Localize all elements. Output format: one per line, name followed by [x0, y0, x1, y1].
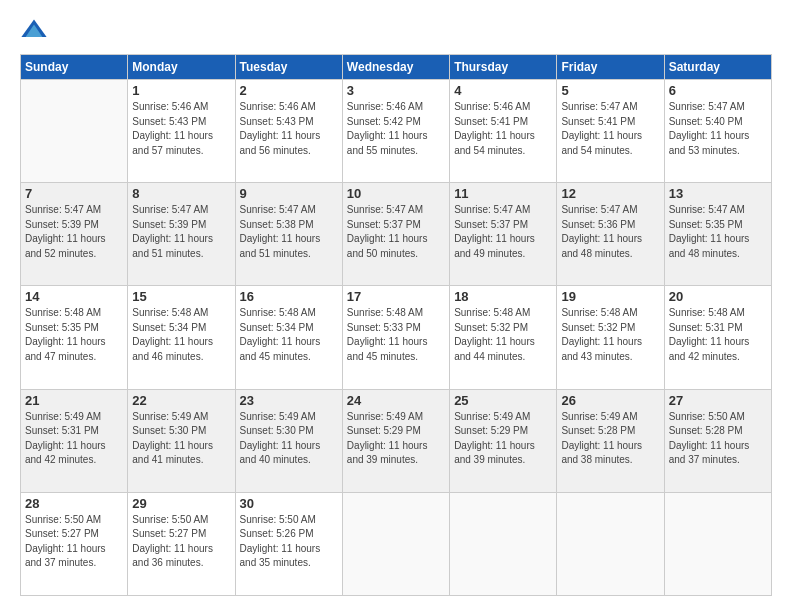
day-cell [557, 492, 664, 595]
day-number: 28 [25, 496, 123, 511]
day-number: 14 [25, 289, 123, 304]
day-number: 20 [669, 289, 767, 304]
day-number: 12 [561, 186, 659, 201]
week-row: 28Sunrise: 5:50 AM Sunset: 5:27 PM Dayli… [21, 492, 772, 595]
day-number: 4 [454, 83, 552, 98]
day-info: Sunrise: 5:47 AM Sunset: 5:39 PM Dayligh… [25, 203, 123, 261]
day-cell: 13Sunrise: 5:47 AM Sunset: 5:35 PM Dayli… [664, 183, 771, 286]
day-info: Sunrise: 5:48 AM Sunset: 5:31 PM Dayligh… [669, 306, 767, 364]
weekday-header-row: SundayMondayTuesdayWednesdayThursdayFrid… [21, 55, 772, 80]
day-cell: 30Sunrise: 5:50 AM Sunset: 5:26 PM Dayli… [235, 492, 342, 595]
day-cell [342, 492, 449, 595]
day-info: Sunrise: 5:47 AM Sunset: 5:39 PM Dayligh… [132, 203, 230, 261]
logo-icon [20, 16, 48, 44]
day-number: 29 [132, 496, 230, 511]
day-cell [450, 492, 557, 595]
day-number: 16 [240, 289, 338, 304]
day-cell [21, 80, 128, 183]
day-info: Sunrise: 5:46 AM Sunset: 5:41 PM Dayligh… [454, 100, 552, 158]
day-cell: 8Sunrise: 5:47 AM Sunset: 5:39 PM Daylig… [128, 183, 235, 286]
day-cell: 15Sunrise: 5:48 AM Sunset: 5:34 PM Dayli… [128, 286, 235, 389]
day-number: 3 [347, 83, 445, 98]
day-cell: 11Sunrise: 5:47 AM Sunset: 5:37 PM Dayli… [450, 183, 557, 286]
day-number: 7 [25, 186, 123, 201]
day-info: Sunrise: 5:46 AM Sunset: 5:43 PM Dayligh… [240, 100, 338, 158]
day-number: 17 [347, 289, 445, 304]
day-number: 21 [25, 393, 123, 408]
day-cell: 26Sunrise: 5:49 AM Sunset: 5:28 PM Dayli… [557, 389, 664, 492]
day-info: Sunrise: 5:47 AM Sunset: 5:37 PM Dayligh… [347, 203, 445, 261]
day-number: 2 [240, 83, 338, 98]
day-number: 23 [240, 393, 338, 408]
day-cell: 23Sunrise: 5:49 AM Sunset: 5:30 PM Dayli… [235, 389, 342, 492]
day-info: Sunrise: 5:49 AM Sunset: 5:29 PM Dayligh… [454, 410, 552, 468]
day-number: 1 [132, 83, 230, 98]
day-cell: 28Sunrise: 5:50 AM Sunset: 5:27 PM Dayli… [21, 492, 128, 595]
week-row: 21Sunrise: 5:49 AM Sunset: 5:31 PM Dayli… [21, 389, 772, 492]
day-number: 5 [561, 83, 659, 98]
weekday-header: Saturday [664, 55, 771, 80]
day-info: Sunrise: 5:49 AM Sunset: 5:29 PM Dayligh… [347, 410, 445, 468]
day-info: Sunrise: 5:49 AM Sunset: 5:30 PM Dayligh… [240, 410, 338, 468]
day-cell: 12Sunrise: 5:47 AM Sunset: 5:36 PM Dayli… [557, 183, 664, 286]
day-cell: 21Sunrise: 5:49 AM Sunset: 5:31 PM Dayli… [21, 389, 128, 492]
weekday-header: Friday [557, 55, 664, 80]
day-cell: 24Sunrise: 5:49 AM Sunset: 5:29 PM Dayli… [342, 389, 449, 492]
weekday-header: Monday [128, 55, 235, 80]
day-cell: 7Sunrise: 5:47 AM Sunset: 5:39 PM Daylig… [21, 183, 128, 286]
day-number: 22 [132, 393, 230, 408]
calendar: SundayMondayTuesdayWednesdayThursdayFrid… [20, 54, 772, 596]
day-number: 24 [347, 393, 445, 408]
day-info: Sunrise: 5:50 AM Sunset: 5:28 PM Dayligh… [669, 410, 767, 468]
day-cell: 9Sunrise: 5:47 AM Sunset: 5:38 PM Daylig… [235, 183, 342, 286]
day-cell: 18Sunrise: 5:48 AM Sunset: 5:32 PM Dayli… [450, 286, 557, 389]
day-number: 8 [132, 186, 230, 201]
logo [20, 16, 52, 44]
day-cell: 5Sunrise: 5:47 AM Sunset: 5:41 PM Daylig… [557, 80, 664, 183]
day-number: 6 [669, 83, 767, 98]
week-row: 7Sunrise: 5:47 AM Sunset: 5:39 PM Daylig… [21, 183, 772, 286]
day-info: Sunrise: 5:48 AM Sunset: 5:33 PM Dayligh… [347, 306, 445, 364]
day-info: Sunrise: 5:50 AM Sunset: 5:27 PM Dayligh… [132, 513, 230, 571]
day-cell: 14Sunrise: 5:48 AM Sunset: 5:35 PM Dayli… [21, 286, 128, 389]
day-info: Sunrise: 5:47 AM Sunset: 5:41 PM Dayligh… [561, 100, 659, 158]
day-cell [664, 492, 771, 595]
day-cell: 10Sunrise: 5:47 AM Sunset: 5:37 PM Dayli… [342, 183, 449, 286]
week-row: 1Sunrise: 5:46 AM Sunset: 5:43 PM Daylig… [21, 80, 772, 183]
day-cell: 19Sunrise: 5:48 AM Sunset: 5:32 PM Dayli… [557, 286, 664, 389]
day-info: Sunrise: 5:48 AM Sunset: 5:32 PM Dayligh… [561, 306, 659, 364]
page: SundayMondayTuesdayWednesdayThursdayFrid… [0, 0, 792, 612]
day-number: 10 [347, 186, 445, 201]
day-number: 18 [454, 289, 552, 304]
day-cell: 29Sunrise: 5:50 AM Sunset: 5:27 PM Dayli… [128, 492, 235, 595]
day-number: 30 [240, 496, 338, 511]
day-info: Sunrise: 5:47 AM Sunset: 5:38 PM Dayligh… [240, 203, 338, 261]
day-cell: 22Sunrise: 5:49 AM Sunset: 5:30 PM Dayli… [128, 389, 235, 492]
day-cell: 16Sunrise: 5:48 AM Sunset: 5:34 PM Dayli… [235, 286, 342, 389]
day-number: 13 [669, 186, 767, 201]
day-number: 9 [240, 186, 338, 201]
day-number: 15 [132, 289, 230, 304]
week-row: 14Sunrise: 5:48 AM Sunset: 5:35 PM Dayli… [21, 286, 772, 389]
day-info: Sunrise: 5:48 AM Sunset: 5:34 PM Dayligh… [240, 306, 338, 364]
day-number: 26 [561, 393, 659, 408]
day-info: Sunrise: 5:47 AM Sunset: 5:37 PM Dayligh… [454, 203, 552, 261]
day-info: Sunrise: 5:47 AM Sunset: 5:35 PM Dayligh… [669, 203, 767, 261]
day-info: Sunrise: 5:50 AM Sunset: 5:27 PM Dayligh… [25, 513, 123, 571]
day-info: Sunrise: 5:46 AM Sunset: 5:43 PM Dayligh… [132, 100, 230, 158]
day-cell: 2Sunrise: 5:46 AM Sunset: 5:43 PM Daylig… [235, 80, 342, 183]
weekday-header: Sunday [21, 55, 128, 80]
weekday-header: Tuesday [235, 55, 342, 80]
day-number: 27 [669, 393, 767, 408]
day-info: Sunrise: 5:46 AM Sunset: 5:42 PM Dayligh… [347, 100, 445, 158]
day-cell: 17Sunrise: 5:48 AM Sunset: 5:33 PM Dayli… [342, 286, 449, 389]
day-info: Sunrise: 5:49 AM Sunset: 5:31 PM Dayligh… [25, 410, 123, 468]
weekday-header: Wednesday [342, 55, 449, 80]
weekday-header: Thursday [450, 55, 557, 80]
day-info: Sunrise: 5:48 AM Sunset: 5:32 PM Dayligh… [454, 306, 552, 364]
day-info: Sunrise: 5:47 AM Sunset: 5:40 PM Dayligh… [669, 100, 767, 158]
day-number: 11 [454, 186, 552, 201]
day-cell: 6Sunrise: 5:47 AM Sunset: 5:40 PM Daylig… [664, 80, 771, 183]
header [20, 16, 772, 44]
day-cell: 25Sunrise: 5:49 AM Sunset: 5:29 PM Dayli… [450, 389, 557, 492]
